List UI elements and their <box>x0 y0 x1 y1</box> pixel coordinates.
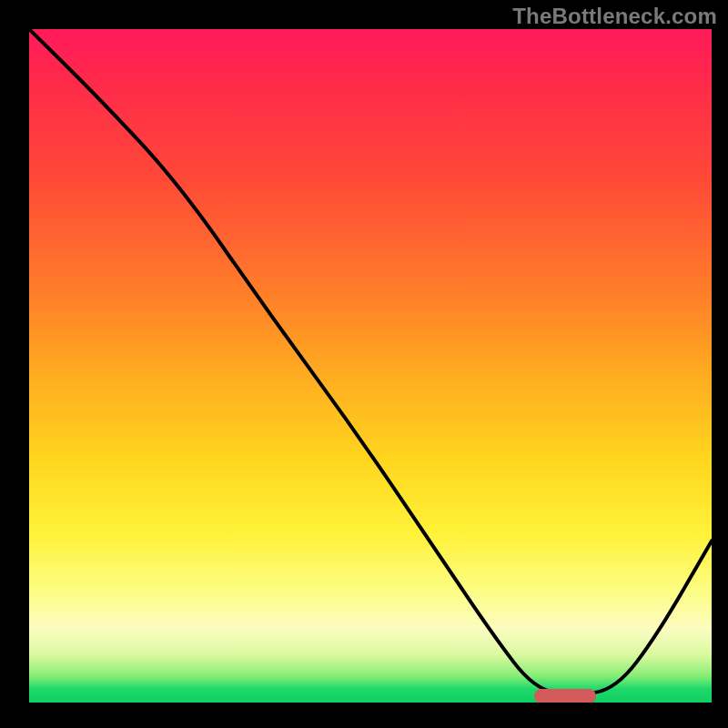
bottleneck-curve <box>29 29 712 703</box>
optimal-range-marker <box>534 689 596 703</box>
chart-container: TheBottleneck.com <box>0 0 728 728</box>
watermark-text: TheBottleneck.com <box>512 4 717 29</box>
